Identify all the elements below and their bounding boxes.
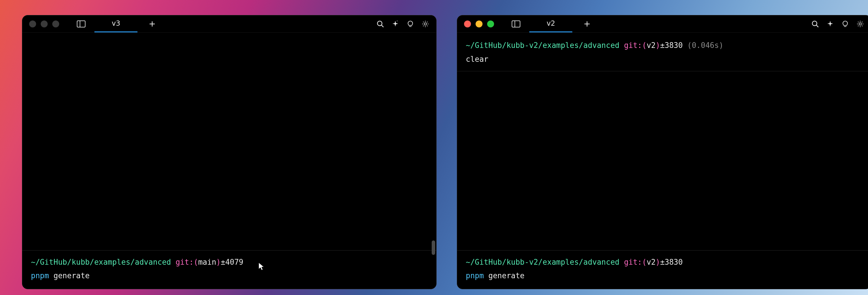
titlebar: v3 bbox=[22, 15, 436, 33]
prompt-block: ~/GitHub/kubb/examples/advanced git: ( m… bbox=[31, 250, 428, 282]
prompt-branch-close: ) bbox=[216, 256, 221, 268]
cmd-part2: generate bbox=[488, 271, 524, 280]
prompt-timing: (0.046s) bbox=[687, 39, 723, 52]
prompt-git-label: git: bbox=[176, 256, 194, 268]
prompt-path: ~/GitHub/kubb/examples/advanced bbox=[31, 256, 171, 268]
bulb-icon[interactable] bbox=[406, 20, 414, 28]
command-line: pnpm generate bbox=[466, 270, 863, 282]
prompt-line: ~/GitHub/kubb/examples/advanced git: ( m… bbox=[31, 256, 428, 268]
prompt-path: ~/GitHub/kubb-v2/examples/advanced bbox=[466, 256, 619, 268]
prompt-git-label: git: bbox=[624, 39, 642, 52]
terminal-body[interactable]: ~/GitHub/kubb-v2/examples/advanced git: … bbox=[457, 33, 868, 289]
tab-title: v2 bbox=[547, 19, 555, 27]
prompt-changes: ±3830 bbox=[660, 256, 683, 268]
traffic-lights bbox=[464, 21, 494, 27]
tab-title: v3 bbox=[112, 19, 120, 27]
prompt-branch-close: ) bbox=[655, 256, 660, 268]
prompt-branch-open: ( bbox=[194, 256, 198, 268]
prompt-changes: ±4079 bbox=[221, 256, 243, 268]
titlebar: v2 bbox=[457, 15, 868, 33]
prompt-branch: v2 bbox=[647, 39, 655, 52]
new-tab-button[interactable] bbox=[149, 21, 155, 27]
tab-active[interactable]: v3 bbox=[94, 15, 137, 32]
bulb-icon[interactable] bbox=[841, 20, 849, 28]
command-line-top: clear bbox=[466, 54, 863, 66]
prompt-branch-open: ( bbox=[642, 39, 647, 52]
tab-active[interactable]: v2 bbox=[529, 15, 572, 32]
sparkle-icon[interactable] bbox=[391, 20, 399, 28]
panel-icon[interactable] bbox=[76, 21, 86, 27]
traffic-close[interactable] bbox=[29, 21, 36, 27]
cmd-clear: clear bbox=[466, 55, 488, 64]
sparkle-icon[interactable] bbox=[826, 20, 834, 28]
svg-rect-0 bbox=[77, 21, 85, 27]
cmd-part2: generate bbox=[54, 271, 90, 280]
titlebar-actions bbox=[376, 20, 429, 28]
cmd-part1: pnpm bbox=[466, 271, 484, 280]
divider bbox=[457, 71, 868, 71]
command-line: pnpm generate bbox=[31, 270, 428, 282]
traffic-minimize[interactable] bbox=[475, 21, 483, 27]
prompt-branch-close: ) bbox=[655, 39, 660, 52]
traffic-maximize[interactable] bbox=[52, 21, 59, 27]
prompt-path: ~/GitHub/kubb-v2/examples/advanced bbox=[466, 39, 619, 52]
prompt-line: ~/GitHub/kubb-v2/examples/advanced git: … bbox=[466, 256, 863, 268]
prompt-changes: ±3830 bbox=[660, 39, 683, 52]
prompt-branch-open: ( bbox=[642, 256, 647, 268]
terminal-window-right: v2 bbox=[457, 15, 868, 289]
svg-line-5 bbox=[381, 25, 383, 27]
svg-point-4 bbox=[377, 21, 382, 26]
svg-point-7 bbox=[424, 23, 427, 25]
svg-point-15 bbox=[859, 23, 861, 25]
titlebar-actions bbox=[811, 20, 864, 28]
cmd-part1: pnpm bbox=[31, 271, 49, 280]
panel-icon[interactable] bbox=[512, 21, 521, 27]
traffic-close[interactable] bbox=[464, 21, 471, 27]
svg-point-12 bbox=[812, 21, 817, 26]
prompt-block: ~/GitHub/kubb-v2/examples/advanced git: … bbox=[466, 250, 863, 282]
terminal-body[interactable]: ~/GitHub/kubb/examples/advanced git: ( m… bbox=[22, 33, 436, 289]
new-tab-button[interactable] bbox=[584, 21, 590, 27]
gear-icon[interactable] bbox=[421, 20, 429, 28]
tabs: v3 bbox=[94, 15, 155, 32]
traffic-maximize[interactable] bbox=[487, 21, 494, 27]
gear-icon[interactable] bbox=[856, 20, 864, 28]
scrollbar[interactable] bbox=[432, 240, 435, 255]
prompt-branch: v2 bbox=[647, 256, 655, 268]
prompt-line-top: ~/GitHub/kubb-v2/examples/advanced git: … bbox=[466, 39, 863, 52]
prompt-branch: main bbox=[198, 256, 216, 268]
divider bbox=[457, 250, 868, 251]
search-icon[interactable] bbox=[811, 20, 819, 28]
divider bbox=[22, 250, 436, 251]
traffic-lights bbox=[29, 21, 59, 27]
search-icon[interactable] bbox=[376, 20, 384, 28]
svg-line-13 bbox=[816, 25, 818, 27]
tabs: v2 bbox=[529, 15, 590, 32]
traffic-minimize[interactable] bbox=[41, 21, 48, 27]
top-block: ~/GitHub/kubb-v2/examples/advanced git: … bbox=[466, 39, 863, 71]
terminal-window-left: v3 bbox=[22, 15, 437, 289]
svg-rect-8 bbox=[512, 21, 520, 27]
prompt-git-label: git: bbox=[624, 256, 642, 268]
